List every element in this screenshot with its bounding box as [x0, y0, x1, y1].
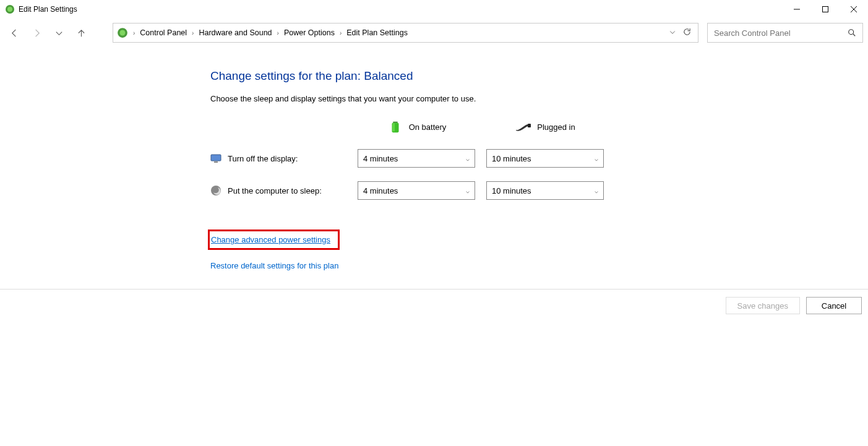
page-subtext: Choose the sleep and display settings th…	[210, 94, 868, 103]
dropdown-display-battery-value: 4 minutes	[363, 154, 398, 163]
column-on-battery: On battery	[358, 118, 475, 135]
cancel-button[interactable]: Cancel	[806, 297, 862, 314]
chevron-down-icon: ⌵	[595, 155, 598, 162]
address-bar[interactable]: › Control Panel › Hardware and Sound › P…	[113, 23, 698, 43]
column-on-battery-label: On battery	[409, 122, 447, 132]
svg-rect-14	[211, 155, 221, 161]
battery-icon	[387, 118, 404, 135]
breadcrumb-power-options[interactable]: Power Options	[281, 28, 337, 37]
display-icon	[210, 153, 221, 164]
highlight-annotation: Change advanced power settings	[208, 229, 340, 250]
svg-point-1	[7, 7, 12, 12]
dropdown-display-plugged[interactable]: 10 minutes ⌵	[486, 149, 604, 168]
page-heading: Change settings for the plan: Balanced	[210, 69, 868, 83]
window-controls	[783, 0, 868, 19]
chevron-right-icon[interactable]: ›	[132, 30, 136, 36]
save-button[interactable]: Save changes	[726, 297, 800, 314]
column-plugged-in: Plugged in	[486, 118, 604, 135]
svg-rect-15	[214, 161, 218, 163]
breadcrumb-hardware-sound[interactable]: Hardware and Sound	[196, 28, 274, 37]
chevron-down-icon: ⌵	[466, 187, 470, 194]
chevron-right-icon[interactable]: ›	[276, 30, 280, 36]
close-button[interactable]	[840, 0, 868, 19]
dropdown-sleep-plugged-value: 10 minutes	[492, 186, 531, 195]
up-button[interactable]	[72, 24, 90, 42]
control-panel-icon	[117, 27, 128, 38]
window-title: Edit Plan Settings	[19, 5, 783, 14]
main-content: Change settings for the plan: Balanced C…	[0, 47, 868, 270]
svg-rect-13	[528, 124, 531, 127]
chevron-down-icon: ⌵	[595, 187, 598, 194]
row-sleep: Put the computer to sleep:	[210, 185, 346, 196]
dropdown-sleep-battery[interactable]: 4 minutes ⌵	[358, 181, 475, 200]
svg-rect-3	[823, 7, 828, 12]
chevron-right-icon[interactable]: ›	[338, 30, 343, 36]
back-button[interactable]	[5, 24, 24, 42]
breadcrumb-control-panel[interactable]: Control Panel	[137, 28, 189, 37]
plug-icon	[515, 118, 532, 135]
sleep-icon	[210, 185, 221, 196]
column-plugged-in-label: Plugged in	[537, 122, 575, 132]
svg-rect-12	[392, 124, 395, 132]
control-panel-icon	[5, 4, 15, 14]
bottom-bar: Save changes Cancel	[0, 289, 868, 314]
search-icon[interactable]	[848, 28, 856, 37]
link-change-advanced[interactable]: Change advanced power settings	[211, 235, 330, 244]
links-section: Change advanced power settings Restore d…	[210, 229, 868, 270]
dropdown-display-plugged-value: 10 minutes	[492, 154, 531, 163]
breadcrumb-edit-plan-settings[interactable]: Edit Plan Settings	[344, 28, 410, 37]
refresh-button[interactable]	[682, 27, 692, 38]
forward-button[interactable]	[27, 24, 46, 42]
svg-point-7	[120, 30, 126, 36]
row-turn-off-display: Turn off the display:	[210, 153, 346, 164]
chevron-down-icon: ⌵	[466, 155, 470, 162]
address-dropdown-button[interactable]	[669, 28, 676, 38]
minimize-button[interactable]	[783, 0, 811, 19]
recent-locations-button[interactable]	[49, 24, 68, 42]
link-restore-defaults[interactable]: Restore default settings for this plan	[210, 261, 338, 270]
row-sleep-label: Put the computer to sleep:	[228, 186, 322, 195]
settings-grid: On battery Plugged in Turn off the displ…	[210, 118, 868, 200]
titlebar: Edit Plan Settings	[0, 0, 868, 19]
svg-rect-10	[393, 122, 397, 123]
row-turn-off-display-label: Turn off the display:	[228, 154, 298, 163]
chevron-right-icon[interactable]: ›	[191, 30, 195, 36]
search-box[interactable]	[707, 23, 863, 43]
dropdown-sleep-battery-value: 4 minutes	[363, 186, 398, 195]
toolbar: › Control Panel › Hardware and Sound › P…	[0, 19, 868, 47]
dropdown-sleep-plugged[interactable]: 10 minutes ⌵	[486, 181, 604, 200]
search-input[interactable]	[714, 28, 848, 38]
svg-line-9	[853, 34, 856, 36]
svg-point-8	[849, 30, 854, 35]
dropdown-display-battery[interactable]: 4 minutes ⌵	[358, 149, 475, 168]
maximize-button[interactable]	[811, 0, 840, 19]
